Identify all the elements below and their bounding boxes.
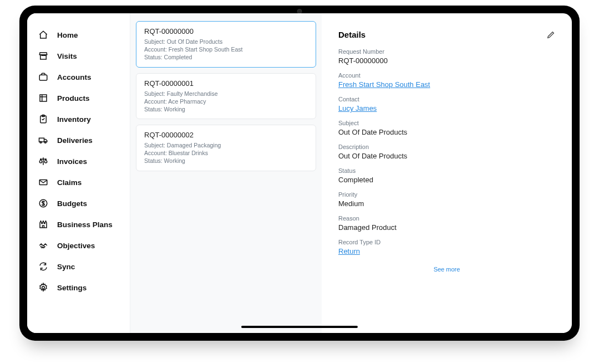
sidebar-item-label: Accounts [57, 73, 92, 81]
request-card[interactable]: RQT-00000002Subject: Damaged PackagingAc… [136, 125, 316, 171]
sidebar-item-inventory[interactable]: Inventory [27, 109, 130, 130]
sidebar-item-label: Visits [57, 52, 77, 60]
see-more-link[interactable]: See more [338, 266, 555, 273]
tablet-frame: Home Visits Accounts Products [19, 6, 580, 341]
field-description: Description Out Of Date Products [338, 143, 555, 160]
field-label: Account [338, 72, 555, 79]
truck-icon [38, 135, 48, 145]
sidebar-item-settings[interactable]: Settings [27, 277, 130, 298]
mail-icon [38, 177, 48, 187]
field-request-number: Request Number RQT-00000000 [338, 48, 555, 65]
field-subject: Subject Out Of Date Products [338, 120, 555, 136]
home-indicator [241, 326, 358, 328]
field-label: Request Number [338, 48, 555, 55]
svg-point-9 [42, 286, 45, 289]
request-card-meta: Subject: Faulty MerchandiseAccount: Ace … [144, 90, 308, 114]
field-label: Description [338, 143, 555, 150]
field-value: Completed [338, 176, 555, 184]
field-label: Status [338, 167, 555, 174]
sidebar-item-label: Inventory [57, 115, 91, 124]
sidebar-item-label: Products [57, 94, 90, 102]
field-label: Priority [338, 191, 555, 198]
svg-rect-0 [39, 75, 47, 80]
sync-icon [38, 262, 48, 271]
sidebar-item-accounts[interactable]: Accounts [27, 66, 130, 88]
request-card-title: RQT-00000001 [144, 79, 308, 88]
sidebar-item-home[interactable]: Home [27, 24, 130, 45]
sidebar-item-label: Business Plans [57, 221, 113, 229]
field-record-type-id: Record Type ID Return [338, 239, 555, 255]
request-card-meta: Subject: Out Of Date ProductsAccount: Fr… [144, 38, 308, 61]
castle-icon [38, 219, 48, 229]
field-priority: Priority Medium [338, 191, 555, 208]
details-title: Details [338, 30, 366, 39]
sidebar-item-deliveries[interactable]: Deliveries [27, 130, 130, 151]
sidebar-item-label: Settings [57, 284, 87, 292]
scale-icon [38, 156, 48, 166]
sidebar-item-products[interactable]: Products [27, 88, 130, 109]
edit-button[interactable] [546, 30, 555, 39]
field-value: Medium [338, 199, 555, 208]
sidebar-item-label: Deliveries [57, 136, 93, 145]
handshake-icon [38, 240, 48, 250]
field-value: Out Of Date Products [338, 152, 555, 160]
request-card[interactable]: RQT-00000000Subject: Out Of Date Product… [136, 21, 316, 68]
sidebar-item-visits[interactable]: Visits [27, 45, 130, 66]
field-status: Status Completed [338, 167, 555, 184]
sidebar-item-business-plans[interactable]: Business Plans [27, 214, 130, 235]
field-reason: Reason Damaged Product [338, 215, 555, 232]
sidebar-item-label: Budgets [57, 199, 87, 208]
pencil-icon [546, 30, 555, 39]
request-card[interactable]: RQT-00000001Subject: Faulty MerchandiseA… [136, 73, 316, 120]
request-card-title: RQT-00000002 [144, 131, 308, 139]
field-label: Reason [338, 215, 555, 222]
field-label: Contact [338, 96, 555, 102]
clipboard-icon [38, 114, 48, 124]
sidebar-item-label: Home [57, 31, 78, 39]
field-label: Record Type ID [338, 239, 555, 245]
sidebar-item-invoices[interactable]: Invoices [27, 151, 130, 172]
sidebar-item-label: Claims [57, 178, 82, 187]
gear-icon [38, 283, 48, 293]
request-card-title: RQT-00000000 [144, 27, 308, 35]
dollar-icon [38, 198, 48, 208]
sidebar-item-label: Objectives [57, 242, 95, 250]
record-type-link[interactable]: Return [338, 247, 360, 255]
app-screen: Home Visits Accounts Products [27, 13, 572, 333]
storefront-icon [38, 51, 48, 61]
home-icon [38, 30, 48, 40]
sidebar-item-budgets[interactable]: Budgets [27, 193, 130, 214]
sidebar-item-objectives[interactable]: Objectives [27, 235, 130, 256]
field-contact: Contact Lucy James [338, 96, 555, 112]
sidebar: Home Visits Accounts Products [27, 13, 130, 333]
field-account: Account Fresh Start Shop South East [338, 72, 555, 89]
svg-rect-4 [39, 138, 44, 142]
svg-rect-1 [40, 95, 47, 101]
field-value: Out Of Date Products [338, 128, 555, 136]
briefcase-icon [38, 72, 48, 82]
account-link[interactable]: Fresh Start Shop South East [338, 80, 430, 89]
sidebar-item-label: Invoices [57, 157, 87, 166]
request-card-meta: Subject: Damaged PackagingAccount: Blues… [144, 141, 308, 165]
contact-link[interactable]: Lucy James [338, 104, 377, 112]
sidebar-item-label: Sync [57, 263, 75, 271]
sidebar-item-sync[interactable]: Sync [27, 256, 130, 277]
field-label: Subject [338, 120, 555, 126]
sidebar-item-claims[interactable]: Claims [27, 172, 130, 193]
request-list-panel: RQT-00000000Subject: Out Of Date Product… [130, 13, 322, 333]
product-icon [38, 93, 48, 103]
field-value: Damaged Product [338, 223, 555, 232]
field-value: RQT-00000000 [338, 57, 555, 65]
details-panel: Details Request Number RQT-00000000 Acco… [322, 13, 572, 333]
